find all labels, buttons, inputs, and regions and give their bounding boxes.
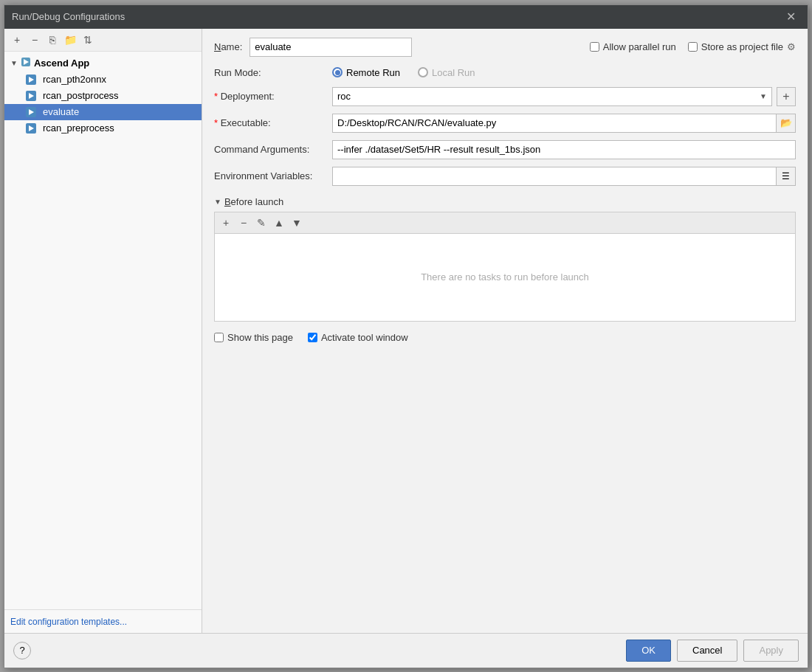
right-panel: Name: Allow parallel run Store as projec… [202, 29, 808, 633]
title-bar: Run/Debug Configurations ✕ [4, 5, 808, 29]
name-label: Name: [214, 41, 242, 52]
command-args-label: Command Arguments: [214, 144, 332, 155]
env-vars-input-wrap: ☰ [332, 167, 796, 186]
remote-run-option[interactable]: Remote Run [332, 67, 400, 78]
deployment-row: * Deployment: roc ▼ + [214, 87, 796, 106]
add-task-button[interactable]: + [218, 215, 234, 231]
run-mode-row: Run Mode: Remote Run Local Run [214, 67, 796, 78]
tree-item-label: rcan_postprocess [43, 90, 119, 101]
dialog-title: Run/Debug Configurations [12, 11, 125, 22]
cancel-button[interactable]: Cancel [677, 640, 737, 662]
sort-config-button[interactable]: ⇅ [80, 32, 96, 48]
chevron-down-icon: ▼ [10, 59, 18, 67]
env-vars-row: Environment Variables: ☰ [214, 167, 796, 186]
activate-tool-window-label[interactable]: Activate tool window [308, 332, 408, 343]
dialog-footer: ? OK Cancel Apply [4, 633, 808, 668]
env-vars-label: Environment Variables: [214, 170, 332, 181]
remove-config-button[interactable]: − [27, 32, 43, 48]
env-edit-icon[interactable]: ☰ [776, 167, 795, 185]
name-row: Name: Allow parallel run Store as projec… [214, 38, 796, 57]
tree-item-rcan-preprocess[interactable]: rcan_preprocess [4, 120, 202, 136]
deployment-dropdown[interactable]: roc ▼ [332, 87, 772, 106]
left-bottom: Edit configuration templates... [4, 609, 202, 633]
tree-item-evaluate[interactable]: evaluate [4, 104, 202, 120]
local-run-radio[interactable] [418, 67, 428, 77]
local-run-option[interactable]: Local Run [418, 67, 475, 78]
add-config-button[interactable]: + [9, 32, 25, 48]
apply-button[interactable]: Apply [743, 640, 799, 662]
store-as-project-file-checkbox[interactable] [688, 42, 698, 52]
tree-item-label: rcan_preprocess [43, 122, 114, 134]
run-config-icon [25, 74, 37, 86]
before-launch-title: Before launch [224, 196, 283, 207]
left-panel: + − ⎘ 📁 ⇅ ▼ Ascend App [4, 29, 202, 633]
tree-root-label: Ascend App [34, 58, 89, 69]
show-this-page-checkbox[interactable] [214, 333, 224, 342]
before-launch-header: ▼ Before launch [214, 196, 796, 207]
command-args-row: Command Arguments: [214, 140, 796, 159]
run-config-icon [25, 106, 37, 118]
gear-icon[interactable]: ⚙ [787, 41, 796, 52]
tree-item-rcan-pth2onnx[interactable]: rcan_pth2onnx [4, 72, 202, 88]
browse-folder-icon[interactable]: 📂 [776, 114, 795, 132]
radio-group: Remote Run Local Run [332, 67, 475, 78]
move-up-task-button[interactable]: ▲ [271, 215, 287, 231]
edit-templates-link[interactable]: Edit configuration templates... [10, 617, 127, 627]
name-input[interactable] [250, 38, 412, 57]
tree-item-rcan-postprocess[interactable]: rcan_postprocess [4, 88, 202, 104]
run-config-icon [25, 90, 37, 102]
chevron-down-icon: ▼ [760, 92, 767, 100]
executable-row: * Executable: 📂 [214, 114, 796, 133]
executable-input-wrap: 📂 [332, 114, 796, 133]
dialog-body: + − ⎘ 📁 ⇅ ▼ Ascend App [4, 29, 808, 633]
app-icon [21, 57, 31, 69]
run-debug-dialog: Run/Debug Configurations ✕ + − ⎘ 📁 ⇅ ▼ [4, 4, 808, 668]
help-button[interactable]: ? [13, 642, 31, 659]
edit-task-button[interactable]: ✎ [253, 215, 269, 231]
tree-item-label: evaluate [43, 106, 79, 117]
env-vars-input[interactable] [333, 169, 776, 183]
left-toolbar: + − ⎘ 📁 ⇅ [4, 29, 202, 52]
command-args-input[interactable] [332, 140, 796, 159]
folder-config-button[interactable]: 📁 [62, 32, 78, 48]
before-launch-content: There are no tasks to run before launch [214, 233, 796, 322]
before-launch-chevron-icon[interactable]: ▼ [214, 198, 221, 206]
remove-task-button[interactable]: − [235, 215, 252, 231]
activate-tool-window-checkbox[interactable] [308, 333, 317, 342]
before-launch-toolbar: + − ✎ ▲ ▼ [214, 212, 796, 233]
move-down-task-button[interactable]: ▼ [289, 215, 305, 231]
run-config-icon [25, 122, 37, 134]
options-row: Allow parallel run Store as project file… [590, 41, 796, 52]
executable-input[interactable] [333, 116, 776, 130]
tree-root-item[interactable]: ▼ Ascend App [4, 55, 202, 72]
copy-config-button[interactable]: ⎘ [44, 32, 61, 48]
ok-button[interactable]: OK [626, 640, 671, 662]
remote-run-radio[interactable] [332, 67, 343, 77]
store-as-project-file-label[interactable]: Store as project file ⚙ [688, 41, 796, 52]
deployment-input-wrap: roc ▼ + [332, 87, 796, 106]
bottom-options-row: Show this page Activate tool window [214, 332, 796, 343]
show-this-page-label[interactable]: Show this page [214, 332, 293, 343]
executable-label: * Executable: [214, 117, 332, 128]
close-button[interactable]: ✕ [782, 10, 800, 24]
tree-item-label: rcan_pth2onnx [43, 74, 106, 85]
add-deployment-button[interactable]: + [777, 87, 796, 106]
no-tasks-text: There are no tasks to run before launch [421, 271, 589, 283]
deployment-value: roc [337, 91, 760, 102]
deployment-label: * Deployment: [214, 91, 332, 102]
run-mode-label: Run Mode: [214, 67, 332, 78]
allow-parallel-run-label[interactable]: Allow parallel run [590, 41, 676, 52]
allow-parallel-run-checkbox[interactable] [590, 42, 599, 52]
before-launch-section: ▼ Before launch + − ✎ ▲ ▼ There are no t… [214, 196, 796, 322]
tree-area: ▼ Ascend App [4, 52, 202, 609]
